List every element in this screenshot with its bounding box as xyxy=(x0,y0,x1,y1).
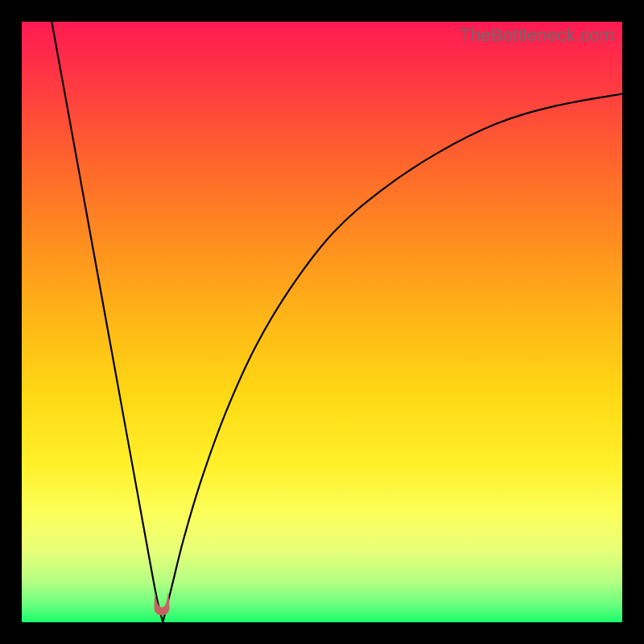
chart-frame: TheBottleneck.com xyxy=(0,0,644,644)
bottleneck-curve xyxy=(22,22,622,622)
plot-area: TheBottleneck.com xyxy=(22,22,622,622)
